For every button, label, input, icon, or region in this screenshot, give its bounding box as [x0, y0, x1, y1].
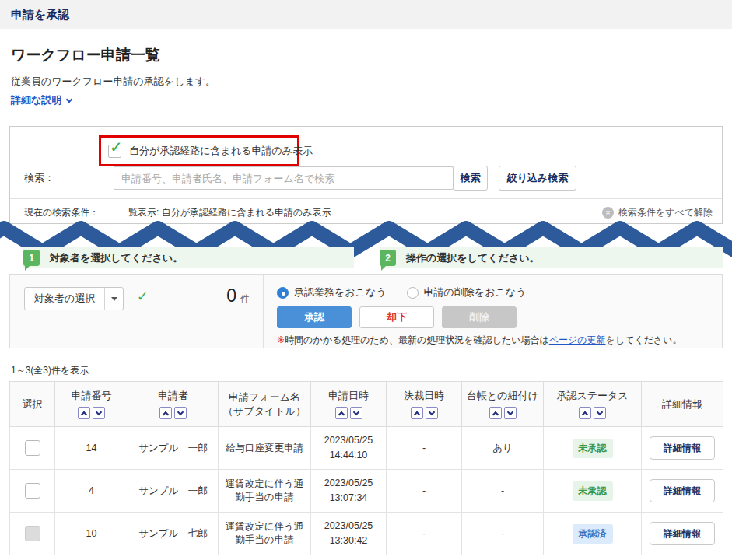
sort-desc-button[interactable] [350, 407, 362, 419]
selected-count: 0件 [180, 285, 250, 306]
panel-divider [10, 198, 722, 199]
target-select-label: 対象者の選択 [25, 288, 104, 310]
row-select-checkbox[interactable] [25, 440, 40, 456]
processing-note: ※時間のかかる処理のため、最新の処理状況を確認したい場合はページの更新をしてくだ… [277, 334, 682, 347]
sort-asc-button[interactable] [159, 407, 172, 419]
row-select-checkbox-disabled [25, 526, 40, 541]
checkmark-icon: ✓ [110, 139, 123, 155]
page-subtitle: 従業員のワークフロー申請の承認をします。 [11, 75, 215, 89]
step-2-header: 2 操作の選択をしてください。 [380, 247, 723, 268]
cell-application-number: 10 [55, 513, 128, 555]
cell-application-number: 14 [55, 427, 128, 470]
cell-applicant: サンプル 七郎 [128, 513, 219, 555]
cell-applied-datetime: 2023/05/2514:44:10 [311, 427, 387, 470]
cell-form-name: 給与口座変更申請 [219, 427, 311, 470]
cell-form-name: 運賃改定に伴う通勤手当の申請 [219, 470, 311, 513]
detail-info-button[interactable]: 詳細情報 [650, 436, 715, 460]
only-my-route-checkbox-label: 自分が承認経路に含まれる申請のみ表示 [129, 144, 313, 158]
cell-ledger-link: あり [462, 427, 544, 470]
current-conditions-value: 一覧表示: 自分が承認経路に含まれる申請のみ表示 [119, 206, 331, 219]
sort-desc-button[interactable] [504, 407, 517, 419]
selected-count-value: 0 [226, 285, 236, 306]
sort-asc-button[interactable] [78, 407, 90, 419]
col-ledger-link: 台帳との紐付け [462, 382, 544, 427]
sort-asc-button[interactable] [335, 407, 348, 419]
current-conditions-label: 現在の検索条件： [24, 206, 110, 219]
clear-conditions-icon[interactable]: × [602, 207, 614, 219]
caret-down-icon [111, 297, 117, 301]
delete-button[interactable]: 削除 [442, 306, 517, 328]
note-asterisk: ※ [277, 334, 285, 345]
col-approved-datetime: 決裁日時 [387, 382, 462, 427]
cell-approved-datetime: - [387, 427, 462, 470]
col-applicant: 申請者 [128, 382, 219, 427]
search-input[interactable] [114, 166, 454, 190]
sort-desc-button[interactable] [594, 407, 606, 419]
search-label: 検索： [24, 171, 114, 185]
search-button[interactable]: 検索 [453, 166, 488, 191]
page-refresh-link[interactable]: ページの更新 [549, 334, 606, 345]
cell-applicant: サンプル 一郎 [128, 427, 219, 470]
cell-applicant: サンプル 一郎 [128, 470, 219, 513]
sort-desc-button[interactable] [93, 407, 105, 419]
row-select-checkbox[interactable] [25, 483, 40, 499]
status-badge: 承認済 [573, 524, 613, 544]
target-valid-check-icon: ✓ [137, 289, 148, 305]
radio-unselected-icon [407, 287, 419, 299]
step-1-badge: 1 [23, 250, 40, 266]
cell-applied-datetime: 2023/05/2513:30:42 [311, 513, 387, 555]
sort-asc-button[interactable] [411, 407, 423, 419]
table-row: 4 サンプル 一郎 運賃改定に伴う通勤手当の申請 2023/05/2513:07… [10, 470, 723, 513]
filter-panel: ✓ 自分が承認経路に含まれる申請のみ表示 検索： 検索 絞り込み検索 現在の検索… [9, 126, 723, 224]
results-count-text: 1～3(全3)件を表示 [11, 364, 89, 377]
search-row: 検索： 検索 絞り込み検索 [24, 166, 708, 191]
cell-form-name: 運賃改定に伴う通勤手当の申請 [219, 513, 311, 555]
sort-asc-button[interactable] [489, 407, 502, 419]
detail-info-button[interactable]: 詳細情報 [650, 522, 715, 545]
cell-application-number: 4 [55, 470, 128, 513]
workflow-table: 選択 申請番号 申請者 申請フォーム名（サブタイトル） 申請日時 決裁日時 [9, 381, 723, 555]
current-conditions-row: 現在の検索条件： 一覧表示: 自分が承認経路に含まれる申請のみ表示 × 検索条件… [24, 204, 713, 221]
radio-delete-operation[interactable]: 申請の削除をおこなう [407, 285, 527, 299]
operation-panel: 対象者の選択 ✓ 0件 承認業務をおこなう 申請の削除をおこなう 承認 却下 削… [9, 274, 723, 348]
only-my-route-checkbox[interactable]: ✓ [108, 145, 121, 158]
target-select-dropdown[interactable]: 対象者の選択 [24, 287, 124, 310]
action-buttons: 承認 却下 削除 [277, 306, 517, 328]
step-2-badge: 2 [380, 250, 396, 266]
col-detail-info: 詳細情報 [642, 382, 723, 427]
cell-ledger-link: - [462, 470, 544, 513]
clear-conditions-link[interactable]: 検索条件をすべて解除 [618, 206, 713, 219]
selected-count-unit: 件 [240, 293, 250, 304]
chevron-down-icon [66, 96, 72, 102]
table-row: 10 サンプル 七郎 運賃改定に伴う通勤手当の申請 2023/05/2513:3… [10, 513, 723, 555]
col-application-number: 申請番号 [55, 382, 128, 427]
reject-button[interactable]: 却下 [359, 306, 434, 328]
detail-description-link[interactable]: 詳細な説明 [11, 93, 72, 107]
window-title: 申請を承認 [11, 0, 69, 29]
radio-selected-icon [277, 287, 289, 299]
operation-radio-group: 承認業務をおこなう 申請の削除をおこなう [277, 285, 526, 299]
col-form-name: 申請フォーム名（サブタイトル） [219, 382, 311, 427]
step-1-header: 1 対象者を選択してください。 [23, 247, 354, 268]
detail-description-label: 詳細な説明 [11, 93, 61, 107]
status-badge: 未承認 [573, 481, 613, 501]
operation-panel-divider [263, 275, 264, 348]
sort-desc-button[interactable] [426, 407, 438, 419]
sort-asc-button[interactable] [579, 407, 591, 419]
table-header-row: 選択 申請番号 申請者 申請フォーム名（サブタイトル） 申請日時 決裁日時 [10, 382, 723, 427]
step-1-label: 対象者を選択してください。 [50, 251, 183, 265]
advanced-search-button[interactable]: 絞り込み検索 [499, 166, 576, 191]
detail-info-button[interactable]: 詳細情報 [650, 479, 715, 502]
cell-applied-datetime: 2023/05/2513:07:34 [311, 470, 387, 513]
red-highlight-box: ✓ 自分が承認経路に含まれる申請のみ表示 [99, 135, 299, 166]
col-approval-status: 承認ステータス [544, 382, 642, 427]
cell-approved-datetime: - [387, 470, 462, 513]
cell-ledger-link: - [462, 513, 544, 555]
top-header-bar: 申請を承認 [0, 0, 732, 29]
approve-button[interactable]: 承認 [277, 306, 352, 328]
radio-approve-operation[interactable]: 承認業務をおこなう [277, 285, 387, 299]
page-title: ワークフロー申請一覧 [11, 45, 160, 65]
cell-approved-datetime: - [387, 513, 462, 555]
dropdown-caret-button[interactable] [104, 288, 123, 310]
sort-desc-button[interactable] [174, 407, 187, 419]
